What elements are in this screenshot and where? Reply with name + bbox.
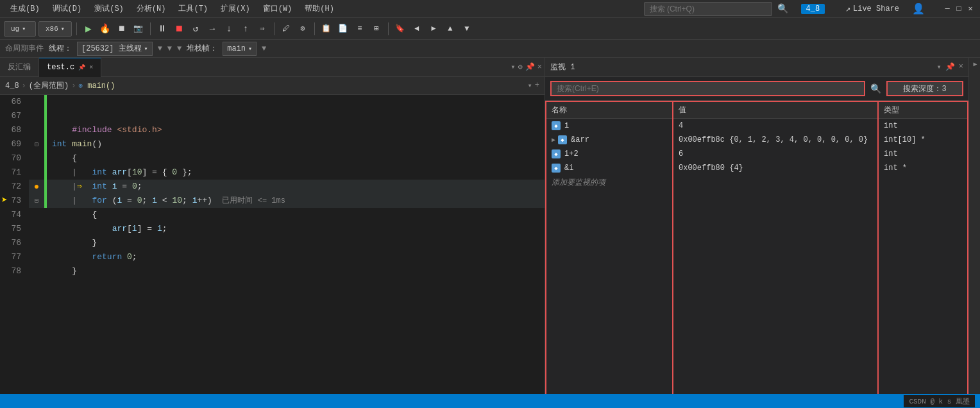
nav-down-icon[interactable]: ▼ [460,22,474,36]
watch-search-input[interactable] [550,81,865,96]
toolbar-separator-4 [314,22,315,35]
global-search-input[interactable] [644,2,772,16]
stack-label: 堆栈帧： [187,43,217,54]
run-to-cursor-icon[interactable]: ⇒ [255,22,269,36]
code-line-76: 76 } [0,236,545,250]
gutter-71 [29,166,44,180]
collapse-73[interactable]: ⊟ [35,197,38,205]
filter-icon: ▼ [158,44,162,53]
menu-debug[interactable]: 调试(D) [47,2,87,15]
breadcrumb-scope[interactable]: (全局范围) [29,80,69,91]
live-share-button[interactable]: ↗ Live Share [840,3,904,15]
platform-dropdown[interactable]: x86 ▾ [38,21,72,37]
nav-next-icon[interactable]: ► [427,22,441,36]
thread-dropdown[interactable]: [25632] 主线程 ▾ [77,42,153,56]
watch-panel: 监视 1 ▾ 📌 × 🔍 搜索深度：3 名称 ◆ i [545,58,968,408]
watch-typ-arr: int[10] * [884,135,925,144]
code-line-77: 77 return 0; [0,250,545,264]
code-editor[interactable]: 66 67 68 #include <stdio.h> 6 [0,95,545,408]
toolbar-separator-1 [76,22,77,35]
columns-icon[interactable]: ⊞ [369,22,384,36]
paste-icon[interactable]: 📄 [336,22,350,36]
step-into-icon[interactable]: ↓ [222,22,236,36]
user-icon[interactable]: 👤 [912,3,925,15]
watch-menu-icon[interactable]: ▾ [937,62,942,72]
main-area: 反汇编 test.c 📌 × ▾ ⚙ 📌 × 4_8 › (全局范围) › ⊙ … [0,58,980,408]
watch-value-arr: 0x00effb8c {0, 1, 2, 3, 4, 0, 0, 0, 0, 0… [673,133,877,147]
lifecycle-events-label: 命周期事件 [5,43,44,54]
bookmark-icon[interactable]: 🔖 [393,22,407,36]
code-line-74: 74 { [0,208,545,222]
menu-extend[interactable]: 扩展(X) [215,2,255,15]
nav-up-icon[interactable]: ▲ [443,22,457,36]
watch-header: 监视 1 ▾ 📌 × [545,58,968,77]
watch-add-label: 添加要监视的项 [552,177,605,188]
debug-more-icon[interactable]: ⚙ [296,22,310,36]
menu-tools[interactable]: 工具(T) [173,2,213,15]
code-content-71: | int arr[10] = { 0 }; [47,166,545,180]
debug-bar: 命周期事件 线程： [25632] 主线程 ▾ ▼ ▼ ▼ 堆栈帧： main … [0,40,980,58]
watch-row-i2[interactable]: ◆ i+2 [546,147,672,161]
list-view-icon[interactable]: ≡ [353,22,367,36]
close-button[interactable]: ✕ [966,4,975,13]
menu-window[interactable]: 窗口(W) [258,2,298,15]
hot-reload-icon[interactable]: 🔥 [98,22,112,36]
nav-prev-icon[interactable]: ◄ [410,22,424,36]
tab-close-button[interactable]: × [89,64,93,71]
editor-menu-icon[interactable]: ▾ [528,81,532,90]
editor-panel: 反汇编 test.c 📌 × ▾ ⚙ 📌 × 4_8 › (全局范围) › ⊙ … [0,58,545,408]
watch-value-refi: 0x00effb80 {4} [673,161,877,175]
watch-value-i2: 6 [673,147,877,161]
continue-button[interactable]: ▶ [81,22,96,36]
menu-analyze[interactable]: 分析(N) [131,2,171,15]
watch-close-icon[interactable]: × [959,62,963,72]
watch-row-i[interactable]: ◆ i [546,119,672,133]
tab-disasm[interactable]: 反汇编 [0,58,39,77]
cursor-tool-icon[interactable]: 🖊 [279,22,293,36]
stack-dropdown[interactable]: main ▾ [223,42,257,56]
watch-row-refi[interactable]: ◆ &i [546,161,672,175]
snapshot-icon[interactable]: 📷 [131,22,146,36]
code-line-67: 67 [0,109,545,123]
minimize-button[interactable]: — [943,4,952,13]
menu-generate[interactable]: 生成(B) [5,2,45,15]
watch-val-i2: 6 [679,149,683,158]
breadcrumb-file[interactable]: 4_8 [5,81,19,90]
step-over-icon[interactable]: → [205,22,219,36]
title-badge: 4_8 [801,4,825,14]
watch-add-item[interactable]: 添加要监视的项 [546,175,672,189]
breadcrumb-sep-1: › [22,81,26,90]
gutter-76 [29,236,44,250]
watch-row-arr[interactable]: ▶ ◆ &arr [546,133,672,147]
collapse-69[interactable]: ⊟ [35,140,38,148]
tab-settings-icon[interactable]: ⚙ [518,62,523,72]
breakpoint-72: ● [34,182,39,192]
menu-test[interactable]: 测试(S) [89,2,129,15]
stop-icon[interactable]: ⏹ [172,22,186,36]
debug-config-dropdown[interactable]: ug ▾ [4,21,36,37]
breadcrumb-function[interactable]: ⊙ main() [78,81,115,90]
watch-value-i: 4 [673,119,877,133]
maximize-button[interactable]: □ [954,4,963,13]
tab-pin-icon[interactable]: 📌 [78,64,85,71]
tab-pin2-icon[interactable]: 📌 [525,62,535,72]
code-content-67 [47,109,545,123]
gutter-73: ⊟ [29,194,44,208]
reload-icon[interactable]: ↺ [189,22,203,36]
watch-pin-icon[interactable]: 📌 [945,62,955,72]
tab-testc[interactable]: test.c 📌 × [39,58,101,77]
step-out-icon[interactable]: ↑ [239,22,253,36]
menu-help[interactable]: 帮助(H) [300,2,339,15]
tab-overflow-icon[interactable]: × [537,63,542,72]
pause-icon[interactable]: ⏸ [155,22,169,36]
watch-search-bar: 🔍 搜索深度：3 [545,77,968,101]
watch-type-refi: int * [879,161,967,175]
tab-menu-icon[interactable]: ▾ [511,62,515,72]
editor-add-icon[interactable]: + [535,81,539,90]
copy-icon[interactable]: 📋 [319,22,334,36]
restart-icon[interactable]: ⏹ [115,22,129,36]
expand-arr[interactable]: ▶ [552,136,555,144]
right-panel-item[interactable]: ▶ [971,60,978,67]
watch-name-col: 名称 ◆ i ▶ ◆ &arr ◆ i+2 [545,101,673,408]
watch-typ-i: int [884,121,898,130]
